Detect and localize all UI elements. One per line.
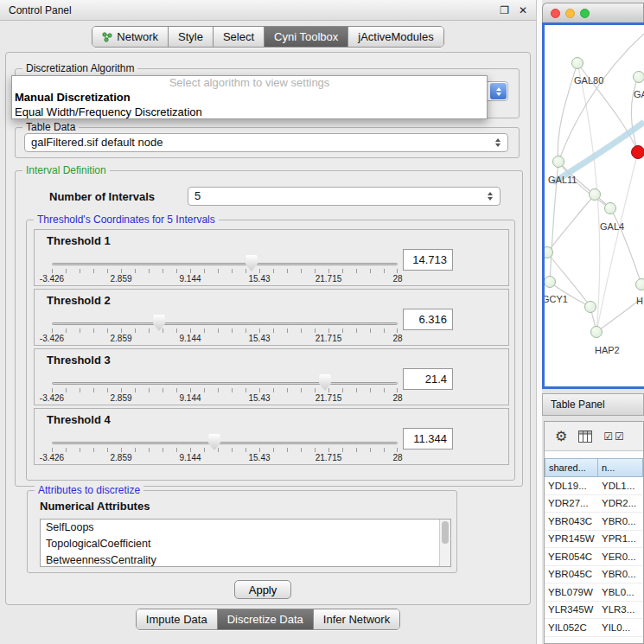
- zoom-window-icon[interactable]: [580, 9, 590, 18]
- network-node[interactable]: [584, 301, 596, 313]
- control-panel-title: Control Panel: [9, 4, 72, 16]
- apply-button[interactable]: Apply: [234, 580, 291, 599]
- threshold-4-panel: Threshold 4 -3.426 2.859 9.144 15.43 21.…: [34, 408, 509, 465]
- network-node-highlighted[interactable]: [631, 145, 644, 159]
- network-node[interactable]: [635, 278, 644, 290]
- threshold-label: Threshold 2: [47, 294, 111, 307]
- node-table: shared...n... YDL19...YDL1...YDR27...YDR…: [545, 458, 643, 643]
- number-of-intervals-combobox[interactable]: 5: [188, 187, 501, 206]
- network-node[interactable]: [604, 202, 616, 214]
- table-cell: YBR0...: [598, 566, 643, 583]
- network-node-label: GCY1: [545, 294, 568, 304]
- float-window-icon[interactable]: ❐: [500, 4, 509, 16]
- interval-definition-group: Interval Definition Number of Intervals …: [15, 170, 523, 487]
- select-none-checkbox-icon[interactable]: ☑: [615, 430, 626, 443]
- threshold-3-slider[interactable]: -3.426 2.859 9.144 15.43 21.715 28: [52, 372, 398, 405]
- tab-discretize-data[interactable]: Discretize Data: [218, 609, 314, 629]
- tab-network[interactable]: Network: [92, 27, 169, 47]
- bottom-tabbar: Impute DataDiscretize DataInfer Network: [0, 609, 536, 630]
- tab-select[interactable]: Select: [214, 27, 265, 47]
- attribute-item[interactable]: BetweennessCentrality: [41, 552, 450, 567]
- tab-cyni-toolbox[interactable]: Cyni Toolbox: [265, 27, 348, 47]
- network-canvas[interactable]: GAL80GAGAL11GAL4GCY1HAP2H: [545, 25, 644, 386]
- combo-stepper-icon[interactable]: [485, 188, 495, 205]
- table-cell: YDR2...: [598, 495, 643, 513]
- table-cell: YBL0...: [598, 583, 643, 601]
- number-of-intervals-label: Number of Intervals: [49, 190, 155, 203]
- table-cell: YBR045C: [545, 566, 598, 583]
- slider-track[interactable]: [52, 322, 398, 325]
- tab-style[interactable]: Style: [169, 27, 214, 47]
- attributes-listbox[interactable]: SelfLoopsTopologicalCoefficientBetweenne…: [40, 519, 451, 567]
- column-header[interactable]: n...: [598, 458, 643, 477]
- scrollbar-thumb[interactable]: [442, 521, 449, 544]
- table-row[interactable]: YER054CYER0...: [545, 548, 643, 566]
- threshold-2-value-field[interactable]: 6.316: [403, 309, 453, 330]
- tab-infer-network[interactable]: Infer Network: [314, 609, 399, 629]
- attribute-item[interactable]: TopologicalCoefficient: [41, 536, 450, 552]
- threshold-4-slider[interactable]: -3.426 2.859 9.144 15.43 21.715 28: [52, 431, 398, 464]
- dropdown-option-manual-discretization[interactable]: Manual Discretization: [12, 90, 487, 105]
- table-header-row: shared...n...: [545, 458, 643, 477]
- tab-jactivemodules[interactable]: jActiveModules: [348, 27, 443, 47]
- group-title: Table Data: [22, 121, 79, 133]
- close-window-icon[interactable]: [551, 9, 560, 18]
- network-window-titlebar: [542, 3, 644, 22]
- slider-track[interactable]: [52, 263, 398, 265]
- table-row[interactable]: YDL19...YDL1...: [545, 477, 643, 495]
- slider-ticks: [52, 269, 398, 273]
- network-node-label: HAP2: [595, 345, 620, 355]
- network-node[interactable]: [571, 57, 583, 69]
- listbox-scrollbar[interactable]: [439, 520, 450, 566]
- table-row[interactable]: YBL079WYBL0...: [545, 583, 643, 602]
- slider-tick-labels: -3.426 2.859 9.144 15.43 21.715 28: [52, 393, 398, 404]
- table-data-combobox[interactable]: galFiltered.sif default node: [24, 133, 508, 152]
- group-title: Interval Definition: [22, 164, 110, 176]
- table-row[interactable]: YLR345WYLR3...: [545, 602, 643, 620]
- slider-track[interactable]: [52, 382, 398, 385]
- threshold-1-slider[interactable]: -3.426 2.859 9.144 15.43 21.715 28: [52, 252, 398, 285]
- threshold-4-value-field[interactable]: 11.344: [403, 428, 453, 450]
- tab-impute-data[interactable]: Impute Data: [137, 609, 218, 629]
- network-node[interactable]: [589, 188, 601, 201]
- threshold-3-panel: Threshold 3 -3.426 2.859 9.144 15.43 21.…: [34, 348, 509, 405]
- table-row[interactable]: YPR145WYPR1...: [545, 531, 643, 549]
- minimize-window-icon[interactable]: [565, 9, 575, 18]
- threshold-1-value-field[interactable]: 14.713: [403, 249, 453, 271]
- threshold-2-slider[interactable]: -3.426 2.859 9.144 15.43 21.715 28: [52, 312, 398, 345]
- column-header[interactable]: shared...: [545, 458, 598, 477]
- group-title: Discretization Algorithm: [22, 62, 137, 74]
- attribute-item[interactable]: SelfLoops: [41, 520, 450, 536]
- network-view-frame: GAL80GAGAL11GAL4GCY1HAP2H: [542, 22, 644, 389]
- group-title: Attributes to discretize: [35, 484, 143, 496]
- network-node[interactable]: [552, 156, 564, 168]
- close-panel-icon[interactable]: ✕: [519, 4, 527, 16]
- gear-icon[interactable]: ⚙: [555, 430, 567, 443]
- slider-track[interactable]: [52, 442, 398, 444]
- table-cell: YBL079W: [545, 583, 598, 601]
- slider-tick-labels: -3.426 2.859 9.144 15.43 21.715 28: [52, 274, 398, 284]
- columns-icon[interactable]: [578, 430, 592, 443]
- dropdown-option-equal-width[interactable]: Equal Width/Frequency Discretization: [12, 105, 487, 119]
- table-data-combobox-value: galFiltered.sif default node: [31, 136, 163, 149]
- table-cell: YLR345W: [545, 602, 598, 619]
- table-toolbar: ⚙ ☑☑: [545, 422, 643, 451]
- table-row[interactable]: YIL052CYIL0...: [545, 619, 643, 637]
- combo-stepper-icon[interactable]: [490, 83, 507, 99]
- combo-stepper-icon[interactable]: [493, 134, 503, 151]
- network-node[interactable]: [590, 326, 603, 338]
- table-row[interactable]: YBR045CYBR0...: [545, 566, 643, 584]
- table-cell: YIL0...: [598, 619, 643, 636]
- table-cell: YIL052C: [545, 619, 598, 636]
- table-row[interactable]: YDR27...YDR2...: [545, 495, 643, 513]
- table-cell: YDR27...: [545, 495, 598, 513]
- table-row[interactable]: YBR043CYBR0...: [545, 513, 643, 531]
- number-of-intervals-value: 5: [194, 189, 201, 202]
- slider-tick-labels: -3.426 2.859 9.144 15.43 21.715 28: [52, 334, 398, 344]
- dropdown-placeholder: Select algorithm to view settings: [12, 76, 487, 90]
- table-cell: YLR3...: [598, 602, 643, 619]
- network-node[interactable]: [633, 71, 644, 83]
- select-all-checkbox-icon[interactable]: ☑: [603, 430, 615, 443]
- threshold-3-value-field[interactable]: 21.4: [403, 368, 453, 390]
- control-panel: Control Panel ❐ ✕ NetworkStyleSelectCyni…: [0, 0, 537, 644]
